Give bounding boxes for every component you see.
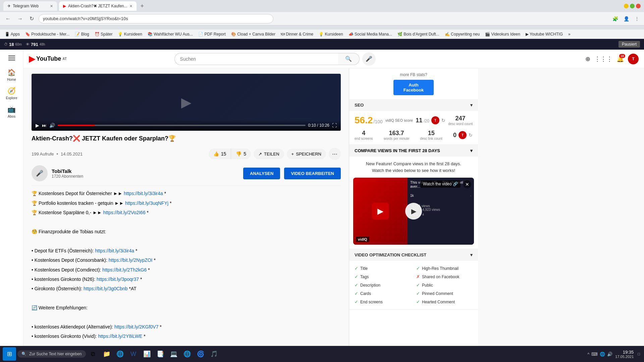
bookmark-blog[interactable]: 📝 Blog	[73, 31, 91, 37]
dislike-button[interactable]: 👎 5	[231, 148, 251, 159]
auth-facebook-button[interactable]: Auth Facebook	[393, 80, 434, 95]
link-comdirect[interactable]: https://bit.ly/2Th2kG6	[102, 267, 147, 273]
analyze-button[interactable]: ANALYSEN	[243, 168, 280, 179]
compare-views-header[interactable]: COMPARE VIEWS IN THE FIRST 28 DAYS ▾	[349, 145, 478, 157]
link-getquin[interactable]: https://bit.ly/3uqNFYj	[125, 200, 168, 206]
show-desktop-button[interactable]: □	[636, 352, 641, 356]
bookmarks-bar: 📱 Apps 🔖 Produktsuche - Mer... 📝 Blog ⏰ …	[0, 29, 644, 39]
taskbar-edge[interactable]: 🌀	[195, 348, 207, 360]
link-n26[interactable]: https://bit.ly/3poqr37	[97, 277, 139, 282]
link-alternative-depot[interactable]: https://bit.ly/2KGf0V7	[114, 324, 159, 329]
fb-stats-text: more FB stats?	[355, 72, 473, 77]
volume-button[interactable]: 🔊	[49, 123, 55, 128]
sidebar-home[interactable]: 🏠 Home	[7, 68, 16, 81]
link-girokonto-at[interactable]: https://bit.ly/3g0Cbnb	[84, 286, 128, 291]
nav-forward-button[interactable]: →	[15, 14, 25, 23]
nav-refresh-button[interactable]: ↻	[28, 14, 36, 23]
link-depot-at[interactable]: https://bit.ly/3i3ir4a	[124, 191, 163, 196]
compare-notice-text: New Feature! Compare views in the first …	[353, 161, 474, 174]
upload-button[interactable]: ⊕	[585, 55, 590, 63]
bookmark-spater[interactable]: ⏰ Später	[93, 31, 115, 37]
bookmark-kursideen[interactable]: 💡 Kursideen	[116, 31, 144, 37]
tab-youtube[interactable]: ▶ Aktien-Crash?✖ JETZT Kaufen... ✕	[59, 1, 137, 11]
bookmark-wahlfacher[interactable]: 📚 Wahlfächer WU Aus...	[146, 31, 195, 37]
video-player[interactable]: ▶ ▶ ⏭ 🔊 0:10 / 10:26 ⛶	[32, 74, 341, 131]
user-avatar[interactable]: T	[628, 54, 639, 64]
youtube-search-input[interactable]	[174, 53, 338, 65]
seo-section-header[interactable]: SEO ▾	[349, 99, 478, 111]
tray-network-icon[interactable]: 🌐	[600, 352, 605, 357]
link-vivid[interactable]: https://bit.ly/2Y8iLWE	[98, 334, 142, 339]
bookmark-kursideen2[interactable]: 💡 Kursideen	[317, 31, 345, 37]
tab-close-youtube[interactable]: ✕	[129, 4, 132, 8]
profile-button[interactable]: 👤	[622, 15, 631, 23]
sidebar-explore[interactable]: 🧭 Explore	[6, 87, 17, 100]
save-button[interactable]: + SPEICHERN	[287, 149, 326, 159]
taskbar-search[interactable]: 🔍 Zur Suche Text hier eingeben	[17, 350, 86, 358]
bookmark-social[interactable]: 📣 Social Media Mana...	[346, 31, 394, 37]
window-minimize[interactable]	[624, 4, 629, 8]
window-maximize[interactable]	[630, 4, 635, 8]
bookmark-videokurs[interactable]: 🎬 Videokurs Ideen	[483, 31, 522, 37]
tray-expand-icon[interactable]: ^	[587, 352, 589, 357]
bookmark-youtube-wichtig[interactable]: ▶ Youtube WICHTIG	[524, 31, 565, 37]
youtube-search-button[interactable]: 🔍	[338, 53, 360, 65]
channel-info: TobiTalk 1720 Abonnenten	[52, 168, 83, 179]
window-close[interactable]	[636, 4, 641, 8]
share-button[interactable]: ↗ TEILEN	[254, 149, 284, 159]
progress-bar[interactable]	[58, 125, 306, 126]
like-button[interactable]: 👍 15	[209, 148, 231, 159]
hamburger-menu[interactable]	[6, 53, 18, 63]
checklist-header[interactable]: VIDEO OPTIMIZATION CHECKLIST ▾	[349, 249, 478, 261]
taskbar-powerpoint[interactable]: 📑	[154, 348, 166, 360]
vidiq-timer-value: 18	[9, 42, 14, 47]
extensions-button[interactable]: 🧩	[611, 15, 620, 23]
bookmark-more[interactable]: »	[566, 31, 573, 37]
play-button[interactable]: ▶	[36, 123, 39, 128]
vidiq-pause-button[interactable]: Pausiert	[619, 41, 640, 48]
nav-back-button[interactable]: ←	[3, 14, 13, 23]
taskbar-excel[interactable]: 📊	[141, 348, 153, 360]
vidiq-views-section: 👁 791 48h	[26, 42, 45, 47]
grid-button[interactable]: ⋮⋮⋮	[594, 55, 612, 63]
bookmark-canva[interactable]: 🎨 Cload + Canva Bilder	[229, 31, 277, 37]
bookmark-bois[interactable]: 🌿 Bois d'Argent Duft...	[395, 31, 441, 37]
tab-telegram[interactable]: ✈ Telegram Web ✕	[3, 1, 57, 11]
new-tab-button[interactable]: +	[139, 2, 146, 10]
compare-video-thumbnail[interactable]: ▶ This video VS This channel aver... 1k-	[353, 178, 474, 245]
youtube-mic-button[interactable]: 🎤	[362, 52, 376, 66]
youtube-logo[interactable]: ▶ YouTube AT	[29, 54, 67, 64]
tab-close-telegram[interactable]: ✕	[50, 4, 53, 8]
compare-close-button[interactable]: ✕	[463, 180, 471, 188]
start-button[interactable]: ⊞	[3, 347, 16, 361]
taskbar-clock[interactable]: 19:35 17.05.2021	[615, 350, 634, 359]
watch-video-button[interactable]: Watch the video 🔗	[420, 180, 461, 188]
tray-volume-icon[interactable]: 🔊	[607, 352, 612, 357]
skip-button[interactable]: ⏭	[42, 123, 47, 128]
link-etf-depot[interactable]: https://bit.ly/3i3ir4a	[95, 248, 134, 253]
bookmark-apps[interactable]: 📱 Apps	[3, 31, 22, 37]
taskbar-explorer[interactable]: 📁	[101, 348, 113, 360]
taskbar-vsexe[interactable]: 💻	[168, 348, 180, 360]
bookmark-copywriting[interactable]: ✍ Copywriting neu	[443, 31, 482, 37]
taskbar-spotify[interactable]: 🎵	[208, 348, 220, 360]
taskbar-word[interactable]: W	[127, 348, 140, 360]
taskbar-task-view[interactable]: ⧉	[87, 348, 99, 360]
fullscreen-button[interactable]: ⛶	[332, 123, 337, 128]
link-sparplane[interactable]: https://bit.ly/2Vo2I66	[103, 210, 146, 215]
bookmark-pdf[interactable]: 📄 PDF Report	[196, 31, 228, 37]
more-actions-button[interactable]: ⋯	[329, 148, 341, 160]
address-bar[interactable]: youtube.com/watch?v=z0MSjjSYRxo&t=10s	[39, 14, 273, 23]
settings-button[interactable]: ⋮	[633, 15, 641, 23]
notifications-button[interactable]: 🔔 18	[616, 55, 624, 63]
compare-play-button[interactable]: ▶	[405, 203, 422, 220]
checklist-item-thumbnail: ✓ High-Res Thumbnail	[416, 265, 473, 272]
taskbar-chrome[interactable]: 🌐	[181, 348, 193, 360]
bookmark-produktsuche[interactable]: 🔖 Produktsuche - Mer...	[23, 31, 71, 37]
edit-video-button[interactable]: VIDEO BEARBEITEN	[284, 168, 341, 179]
taskbar-browser-pinned[interactable]: 🌐	[114, 348, 126, 360]
link-consorsbank[interactable]: https://bit.ly/2NypZOI	[109, 257, 153, 263]
bookmark-dinner[interactable]: 🍽 Dinner & Crime	[279, 31, 315, 37]
publish-date: 14.05.2021	[61, 152, 83, 157]
sidebar-subscriptions[interactable]: 📺 Abos	[7, 105, 16, 118]
